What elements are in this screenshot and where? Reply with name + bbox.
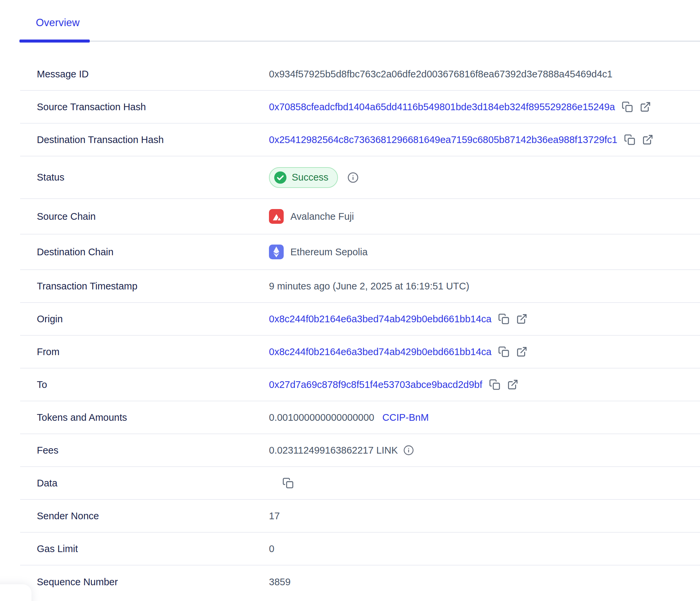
row-fees: Fees 0.023112499163862217 LINK [20,434,700,467]
row-data: Data [20,467,700,500]
source-chain-name: Avalanche Fuji [291,211,354,222]
tab-underline-track [20,41,700,42]
copy-icon[interactable] [624,134,635,145]
external-link-icon[interactable] [642,134,653,145]
external-link-icon[interactable] [507,379,519,390]
fees-label: Fees [20,445,269,456]
origin-address-link[interactable]: 0x8c244f0b2164e6a3bed74ab429b0ebd661bb14… [269,314,491,325]
row-message-id: Message ID 0x934f57925b5d8fbc763c2a06dfe… [20,58,700,91]
source-tx-hash-link[interactable]: 0x70858cfeadcfbd1404a65dd4116b549801bde3… [269,101,615,112]
from-address-link[interactable]: 0x8c244f0b2164e6a3bed74ab429b0ebd661bb14… [269,346,491,357]
row-status: Status Success [20,156,700,199]
copy-icon[interactable] [498,346,509,357]
info-icon[interactable] [347,172,359,183]
gas-limit-value: 0 [269,543,274,554]
row-destination-tx-hash: Destination Transaction Hash 0x254129825… [20,124,700,156]
row-gas-limit: Gas Limit 0 [20,533,700,566]
transaction-timestamp-label: Transaction Timestamp [20,281,269,292]
copy-icon[interactable] [489,379,500,390]
sequence-number-value: 3859 [269,577,291,587]
overview-detail-table: Message ID 0x934f57925b5d8fbc763c2a06dfe… [0,58,700,598]
check-circle-icon [274,171,287,184]
source-tx-hash-label: Source Transaction Hash [20,101,269,112]
destination-chain-name: Ethereum Sepolia [291,247,368,258]
tab-active-indicator [20,40,90,43]
status-label: Status [20,172,269,183]
sender-nonce-label: Sender Nonce [20,510,269,522]
tab-overview-label: Overview [36,17,80,28]
message-id-label: Message ID [20,69,269,80]
status-badge: Success [269,167,338,188]
fees-value: 0.023112499163862217 LINK [269,445,398,456]
tokens-and-amounts-label: Tokens and Amounts [20,412,269,423]
to-label: To [20,379,269,390]
to-address-link[interactable]: 0x27d7a69c878f9c8f51f4e53703abce9bacd2d9… [269,379,482,390]
copy-icon[interactable] [282,477,294,489]
copy-icon[interactable] [622,101,633,112]
gas-limit-label: Gas Limit [20,543,269,554]
row-from: From 0x8c244f0b2164e6a3bed74ab429b0ebd66… [20,336,700,369]
row-origin: Origin 0x8c244f0b2164e6a3bed74ab429b0ebd… [20,303,700,336]
destination-tx-hash-link[interactable]: 0x25412982564c8c7363681296681649ea7159c6… [269,134,617,145]
info-icon[interactable] [403,445,414,456]
row-tokens-and-amounts: Tokens and Amounts 0.001000000000000000 … [20,401,700,434]
row-sequence-number: Sequence Number 3859 [20,566,700,598]
tab-bar: Overview [0,0,700,43]
from-label: From [20,346,269,357]
copy-icon[interactable] [498,313,509,325]
token-amount-value: 0.001000000000000000 [269,412,374,423]
origin-label: Origin [20,314,269,325]
status-badge-text: Success [292,172,329,183]
token-symbol-link[interactable]: CCIP-BnM [382,412,429,423]
row-sender-nonce: Sender Nonce 17 [20,500,700,533]
row-source-chain: Source Chain Avalanche Fuji [20,199,700,234]
external-link-icon[interactable] [640,101,651,112]
external-link-icon[interactable] [516,313,527,325]
tab-overview[interactable]: Overview [36,17,80,29]
destination-tx-hash-label: Destination Transaction Hash [20,134,269,145]
data-label: Data [20,478,269,489]
avalanche-logo-icon [269,209,284,224]
below-fold-card-edge [0,584,31,601]
sequence-number-label: Sequence Number [20,577,269,587]
ethereum-logo-icon [269,245,284,259]
destination-chain-label: Destination Chain [20,247,269,258]
row-to: To 0x27d7a69c878f9c8f51f4e53703abce9bacd… [20,369,700,401]
message-id-value: 0x934f57925b5d8fbc763c2a06dfe2d003676816… [269,69,612,80]
transaction-timestamp-value: 9 minutes ago (June 2, 2025 at 16:19:51 … [269,281,469,292]
row-source-tx-hash: Source Transaction Hash 0x70858cfeadcfbd… [20,91,700,124]
row-transaction-timestamp: Transaction Timestamp 9 minutes ago (Jun… [20,270,700,303]
row-destination-chain: Destination Chain Ethereum Sepolia [20,234,700,270]
external-link-icon[interactable] [516,346,527,357]
source-chain-label: Source Chain [20,211,269,222]
sender-nonce-value: 17 [269,510,280,522]
